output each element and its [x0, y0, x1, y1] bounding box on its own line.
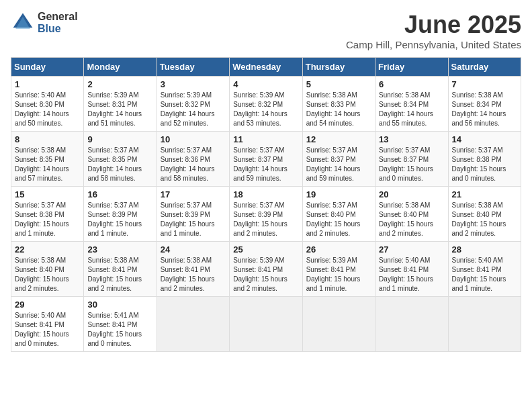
cell-info: Sunrise: 5:39 AMSunset: 8:41 PMDaylight:…	[306, 257, 361, 292]
day-number: 10	[161, 134, 226, 144]
day-number: 17	[161, 189, 226, 199]
day-number: 6	[379, 79, 444, 89]
day-number: 22	[15, 244, 80, 255]
day-number: 25	[233, 244, 298, 255]
day-number: 26	[306, 244, 371, 255]
calendar-cell: 7Sunrise: 5:38 AMSunset: 8:34 PMDaylight…	[448, 77, 521, 132]
calendar-cell: 26Sunrise: 5:39 AMSunset: 8:41 PMDayligh…	[302, 242, 375, 297]
calendar-cell: 24Sunrise: 5:38 AMSunset: 8:41 PMDayligh…	[157, 242, 229, 297]
title-area: June 2025 Camp Hill, Pennsylvania, Unite…	[346, 11, 521, 50]
day-number: 29	[15, 300, 80, 310]
calendar-cell: 18Sunrise: 5:37 AMSunset: 8:39 PMDayligh…	[230, 187, 302, 242]
col-monday: Monday	[84, 58, 157, 77]
calendar-cell: 30Sunrise: 5:41 AMSunset: 8:41 PMDayligh…	[84, 297, 157, 352]
col-sunday: Sunday	[11, 58, 84, 77]
calendar-cell: 27Sunrise: 5:40 AMSunset: 8:41 PMDayligh…	[375, 242, 448, 297]
calendar-cell: 20Sunrise: 5:38 AMSunset: 8:40 PMDayligh…	[375, 187, 448, 242]
calendar-cell: 4Sunrise: 5:39 AMSunset: 8:32 PMDaylight…	[230, 77, 302, 132]
day-number: 5	[306, 79, 371, 89]
cell-info: Sunrise: 5:39 AMSunset: 8:32 PMDaylight:…	[161, 91, 215, 127]
cell-info: Sunrise: 5:37 AMSunset: 8:39 PMDaylight:…	[161, 201, 215, 237]
cell-info: Sunrise: 5:37 AMSunset: 8:38 PMDaylight:…	[452, 146, 506, 182]
calendar-cell: 15Sunrise: 5:37 AMSunset: 8:38 PMDayligh…	[11, 187, 84, 242]
calendar-cell: 21Sunrise: 5:38 AMSunset: 8:40 PMDayligh…	[448, 187, 521, 242]
calendar-cell: 19Sunrise: 5:37 AMSunset: 8:40 PMDayligh…	[302, 187, 375, 242]
header: General Blue June 2025 Camp Hill, Pennsy…	[11, 11, 521, 50]
cell-info: Sunrise: 5:40 AMSunset: 8:41 PMDaylight:…	[379, 257, 433, 292]
day-number: 19	[306, 189, 371, 199]
cell-info: Sunrise: 5:37 AMSunset: 8:35 PMDaylight:…	[87, 146, 142, 182]
cell-info: Sunrise: 5:37 AMSunset: 8:39 PMDaylight:…	[87, 201, 142, 237]
logo-blue-text: Blue	[38, 23, 78, 35]
col-friday: Friday	[375, 58, 448, 77]
calendar-cell: 16Sunrise: 5:37 AMSunset: 8:39 PMDayligh…	[84, 187, 157, 242]
calendar-cell	[448, 297, 521, 352]
cell-info: Sunrise: 5:38 AMSunset: 8:40 PMDaylight:…	[452, 201, 506, 237]
day-number: 8	[15, 134, 80, 144]
calendar-cell: 9Sunrise: 5:37 AMSunset: 8:35 PMDaylight…	[84, 132, 157, 187]
calendar-cell	[230, 297, 302, 352]
day-number: 15	[15, 189, 80, 199]
day-number: 24	[161, 244, 226, 255]
calendar-cell: 2Sunrise: 5:39 AMSunset: 8:31 PMDaylight…	[84, 77, 157, 132]
cell-info: Sunrise: 5:39 AMSunset: 8:41 PMDaylight:…	[233, 257, 287, 292]
day-number: 13	[379, 134, 444, 144]
col-thursday: Thursday	[302, 58, 375, 77]
calendar-cell	[157, 297, 229, 352]
calendar-cell: 3Sunrise: 5:39 AMSunset: 8:32 PMDaylight…	[157, 77, 229, 132]
calendar-cell: 11Sunrise: 5:37 AMSunset: 8:37 PMDayligh…	[230, 132, 302, 187]
logo-general-text: General	[38, 11, 78, 23]
calendar-cell: 28Sunrise: 5:40 AMSunset: 8:41 PMDayligh…	[448, 242, 521, 297]
cell-info: Sunrise: 5:38 AMSunset: 8:41 PMDaylight:…	[161, 257, 215, 292]
cell-info: Sunrise: 5:38 AMSunset: 8:41 PMDaylight:…	[87, 257, 142, 292]
cell-info: Sunrise: 5:37 AMSunset: 8:37 PMDaylight:…	[379, 146, 433, 182]
cell-info: Sunrise: 5:38 AMSunset: 8:40 PMDaylight:…	[15, 257, 69, 292]
cell-info: Sunrise: 5:37 AMSunset: 8:39 PMDaylight:…	[233, 201, 287, 237]
day-number: 3	[161, 79, 226, 89]
cell-info: Sunrise: 5:37 AMSunset: 8:38 PMDaylight:…	[15, 201, 69, 237]
day-number: 1	[15, 79, 80, 89]
cell-info: Sunrise: 5:41 AMSunset: 8:41 PMDaylight:…	[87, 312, 142, 347]
calendar-cell	[302, 297, 375, 352]
day-number: 30	[87, 300, 152, 310]
calendar-row: 22Sunrise: 5:38 AMSunset: 8:40 PMDayligh…	[11, 242, 521, 297]
day-number: 12	[306, 134, 371, 144]
day-number: 21	[452, 189, 517, 199]
calendar-row: 1Sunrise: 5:40 AMSunset: 8:30 PMDaylight…	[11, 77, 521, 132]
day-number: 9	[87, 134, 152, 144]
calendar-cell	[375, 297, 448, 352]
day-number: 11	[233, 134, 298, 144]
cell-info: Sunrise: 5:38 AMSunset: 8:40 PMDaylight:…	[379, 201, 433, 237]
calendar-cell: 6Sunrise: 5:38 AMSunset: 8:34 PMDaylight…	[375, 77, 448, 132]
calendar-cell: 12Sunrise: 5:37 AMSunset: 8:37 PMDayligh…	[302, 132, 375, 187]
logo: General Blue	[11, 11, 78, 35]
col-tuesday: Tuesday	[157, 58, 229, 77]
day-number: 20	[379, 189, 444, 199]
calendar-cell: 17Sunrise: 5:37 AMSunset: 8:39 PMDayligh…	[157, 187, 229, 242]
day-number: 4	[233, 79, 298, 89]
calendar-cell: 10Sunrise: 5:37 AMSunset: 8:36 PMDayligh…	[157, 132, 229, 187]
calendar-cell: 14Sunrise: 5:37 AMSunset: 8:38 PMDayligh…	[448, 132, 521, 187]
cell-info: Sunrise: 5:39 AMSunset: 8:32 PMDaylight:…	[233, 91, 287, 127]
calendar-cell: 23Sunrise: 5:38 AMSunset: 8:41 PMDayligh…	[84, 242, 157, 297]
col-wednesday: Wednesday	[230, 58, 302, 77]
calendar-row: 29Sunrise: 5:40 AMSunset: 8:41 PMDayligh…	[11, 297, 521, 352]
cell-info: Sunrise: 5:38 AMSunset: 8:33 PMDaylight:…	[306, 91, 361, 127]
calendar-header-row: Sunday Monday Tuesday Wednesday Thursday…	[11, 58, 521, 77]
cell-info: Sunrise: 5:37 AMSunset: 8:37 PMDaylight:…	[306, 146, 361, 182]
month-title: June 2025	[346, 11, 521, 39]
day-number: 28	[452, 244, 517, 255]
cell-info: Sunrise: 5:40 AMSunset: 8:41 PMDaylight:…	[452, 257, 506, 292]
calendar-table: Sunday Monday Tuesday Wednesday Thursday…	[11, 57, 521, 352]
cell-info: Sunrise: 5:40 AMSunset: 8:41 PMDaylight:…	[15, 312, 69, 347]
calendar-row: 8Sunrise: 5:38 AMSunset: 8:35 PMDaylight…	[11, 132, 521, 187]
logo-text: General Blue	[38, 11, 78, 34]
calendar-cell: 8Sunrise: 5:38 AMSunset: 8:35 PMDaylight…	[11, 132, 84, 187]
cell-info: Sunrise: 5:38 AMSunset: 8:35 PMDaylight:…	[15, 146, 69, 182]
day-number: 7	[452, 79, 517, 89]
cell-info: Sunrise: 5:39 AMSunset: 8:31 PMDaylight:…	[87, 91, 142, 127]
cell-info: Sunrise: 5:40 AMSunset: 8:30 PMDaylight:…	[15, 91, 69, 127]
location-title: Camp Hill, Pennsylvania, United States	[346, 39, 521, 50]
day-number: 27	[379, 244, 444, 255]
logo-icon	[11, 11, 35, 35]
